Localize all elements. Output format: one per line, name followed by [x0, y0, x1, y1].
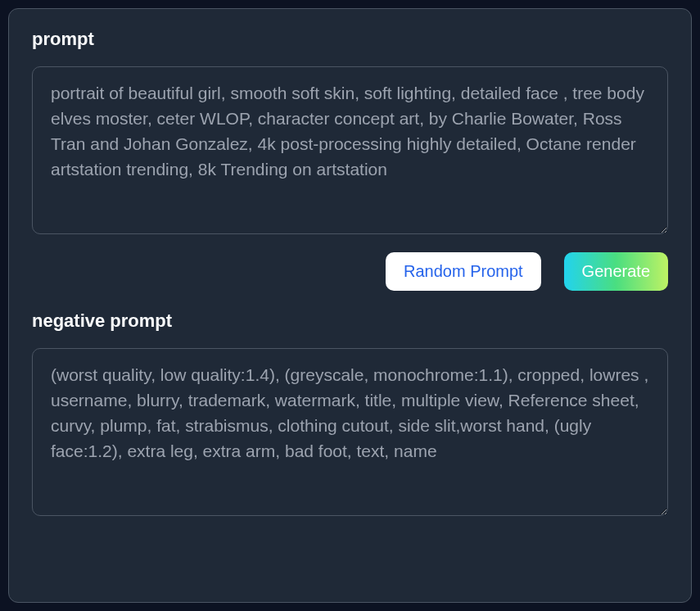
prompt-section: prompt portrait of beautiful girl, smoot… — [32, 29, 668, 238]
negative-prompt-label: negative prompt — [32, 310, 668, 332]
random-prompt-button[interactable]: Random Prompt — [386, 252, 541, 291]
prompt-panel: prompt portrait of beautiful girl, smoot… — [8, 8, 692, 603]
prompt-input[interactable]: portrait of beautiful girl, smooth soft … — [32, 66, 668, 234]
prompt-label: prompt — [32, 29, 668, 50]
negative-prompt-section: negative prompt (worst quality, low qual… — [32, 310, 668, 519]
button-row: Random Prompt Generate — [32, 252, 668, 291]
generate-button[interactable]: Generate — [564, 252, 668, 291]
negative-prompt-input[interactable]: (worst quality, low quality:1.4), (greys… — [32, 348, 668, 516]
